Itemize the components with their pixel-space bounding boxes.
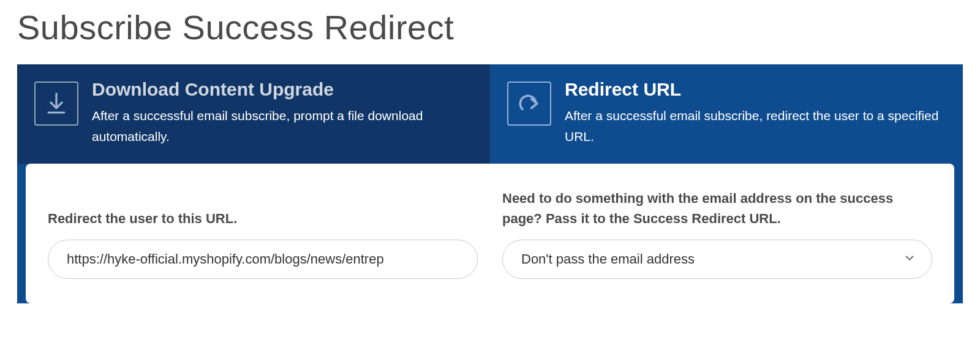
- tab-download-content-upgrade[interactable]: Download Content Upgrade After a success…: [17, 64, 490, 164]
- email-pass-selected-value: Don't pass the email address: [521, 251, 695, 267]
- redirect-url-field: Redirect the user to this URL.: [48, 188, 478, 279]
- tab-desc: After a successful email subscribe, redi…: [565, 105, 946, 146]
- tab-text: Redirect URL After a successful email su…: [565, 79, 946, 146]
- redirect-url-label: Redirect the user to this URL.: [48, 188, 478, 229]
- subscribe-redirect-module: Download Content Upgrade After a success…: [17, 64, 963, 303]
- page-title: Subscribe Success Redirect: [17, 7, 963, 47]
- tab-redirect-url[interactable]: Redirect URL After a successful email su…: [490, 64, 963, 164]
- tab-desc: After a successful email subscribe, prom…: [92, 105, 473, 146]
- settings-panel: Redirect the user to this URL. Need to d…: [26, 164, 954, 303]
- tab-title: Redirect URL: [565, 79, 946, 99]
- tab-text: Download Content Upgrade After a success…: [92, 79, 473, 146]
- redirect-url-input[interactable]: [48, 240, 478, 279]
- tabs-row: Download Content Upgrade After a success…: [17, 64, 963, 164]
- email-pass-field: Need to do something with the email addr…: [502, 188, 932, 279]
- redirect-icon: [507, 82, 551, 126]
- email-pass-label: Need to do something with the email addr…: [502, 188, 932, 229]
- tab-title: Download Content Upgrade: [92, 79, 473, 99]
- email-pass-select[interactable]: Don't pass the email address: [502, 240, 932, 279]
- download-icon: [34, 82, 78, 126]
